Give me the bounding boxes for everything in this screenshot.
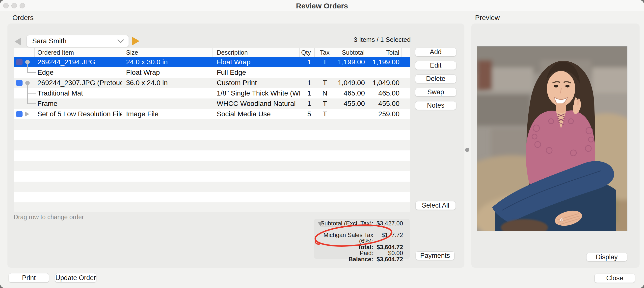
size-cell: Image File <box>122 109 213 119</box>
table-row[interactable]: 269244_2194.JPG24.0 x 30.0 inFloat Wrap1… <box>14 57 410 67</box>
total-label: Total: <box>314 244 373 250</box>
description-cell: Custom Print <box>213 78 300 88</box>
tax-cell <box>314 67 335 78</box>
paid-label: Paid: <box>314 250 373 256</box>
orders-table: Ordered Item Size Description Qty Tax Su… <box>14 48 410 212</box>
edit-button[interactable]: Edit <box>415 61 456 70</box>
display-button[interactable]: Display <box>586 253 627 261</box>
tax-cell: T <box>314 98 335 109</box>
orders-panel: Sara Smith 3 Items / 1 Selected Ordered … <box>8 23 464 268</box>
row-checkbox[interactable] <box>16 111 22 117</box>
row-gutter <box>402 78 410 88</box>
tax-cell: T <box>314 78 335 88</box>
subtotal-cell: 465.00 <box>335 88 367 98</box>
subtotal-column-header[interactable]: Subtotal <box>335 48 367 57</box>
row-controls <box>14 78 35 88</box>
notes-button[interactable]: Notes <box>415 101 456 110</box>
table-row[interactable]: Traditional Mat1/8" Single Thick White (… <box>14 88 410 98</box>
subtotal-cell: 1,049.00 <box>335 78 367 88</box>
table-row[interactable]: EdgeFloat WrapFull Edge <box>14 67 410 78</box>
row-gutter <box>402 98 410 109</box>
balance-value: $3,604.72 <box>373 256 403 263</box>
row-gutter <box>402 57 410 67</box>
table-row[interactable]: 269244_2307.JPG (Pretouch - S)36.0 x 24.… <box>14 78 410 88</box>
sales-tax-label: Michgan Sales Tax (6%): <box>314 232 373 244</box>
subtotal-cell: 455.00 <box>335 98 367 109</box>
row-gutter <box>402 88 410 98</box>
select-all-button[interactable]: Select All <box>416 201 456 210</box>
size-cell <box>122 98 213 109</box>
qty-cell <box>300 67 314 78</box>
next-client-arrow-icon[interactable] <box>132 37 140 45</box>
client-dropdown[interactable]: Sara Smith <box>26 35 129 47</box>
qty-cell: 1 <box>300 88 314 98</box>
description-cell: Float Wrap <box>213 57 300 67</box>
disclosure-triangle-icon[interactable] <box>25 112 29 117</box>
total-cell <box>367 67 402 78</box>
ordered-item-cell: Traditional Mat <box>35 88 122 98</box>
row-controls <box>14 98 35 109</box>
tax-cell: N <box>314 88 335 98</box>
print-button[interactable]: Print <box>9 273 49 283</box>
size-cell <box>122 88 213 98</box>
subtotal-value: $3,427.00 <box>373 221 403 227</box>
tree-node-dot-icon <box>25 60 30 64</box>
row-controls <box>14 109 35 119</box>
row-gutter <box>402 67 410 78</box>
total-cell: 465.00 <box>367 88 402 98</box>
total-cell: 1,049.00 <box>367 78 402 88</box>
total-cell: 455.00 <box>367 98 402 109</box>
titlebar: Review Orders <box>0 0 644 11</box>
total-cell: 1,199.00 <box>367 57 402 67</box>
preview-section-label: Preview <box>475 14 500 22</box>
row-controls <box>14 88 35 98</box>
update-order-button[interactable]: Update Order <box>55 273 96 283</box>
tree-node-dot-icon <box>25 81 30 85</box>
row-checkbox[interactable] <box>16 59 22 65</box>
ordered-item-cell: 269244_2194.JPG <box>35 57 122 67</box>
tax-column-header[interactable]: Tax <box>314 48 335 57</box>
preview-photo-illustration <box>477 46 628 231</box>
checkbox-column-header <box>14 48 35 57</box>
subtotal-cell <box>335 67 367 78</box>
items-summary: 3 Items / 1 Selected <box>354 36 411 43</box>
table-header[interactable]: Ordered Item Size Description Qty Tax Su… <box>14 48 410 57</box>
size-cell: 24.0 x 30.0 in <box>122 57 213 67</box>
table-row[interactable]: Set of 5 Low Resolution FilesImage FileS… <box>14 109 410 119</box>
description-cell: Social Media Use <box>213 109 300 119</box>
close-button[interactable]: Close <box>594 274 635 283</box>
order-totals-box: Subtotal (Excl. Tax): $3,427.00 Michgan … <box>314 219 410 259</box>
ordered-item-cell: 269244_2307.JPG (Pretouch - S) <box>35 78 122 88</box>
total-column-header[interactable]: Total <box>367 48 402 57</box>
panel-splitter-handle[interactable] <box>465 148 470 152</box>
paid-value: $0.00 <box>373 250 403 256</box>
chevron-down-icon <box>117 39 124 43</box>
totals-disclosure-triangle-icon[interactable] <box>318 222 324 226</box>
description-cell: Full Edge <box>213 67 300 78</box>
client-dropdown-value: Sara Smith <box>27 37 117 45</box>
payments-button[interactable]: Payments <box>416 251 454 260</box>
empty-rows-stripes <box>14 119 410 212</box>
delete-button[interactable]: Delete <box>415 74 456 83</box>
add-button[interactable]: Add <box>415 48 456 56</box>
qty-cell: 1 <box>300 78 314 88</box>
preview-photo <box>477 46 628 231</box>
ordered-item-cell: Set of 5 Low Resolution Files <box>35 109 122 119</box>
swap-button[interactable]: Swap <box>415 88 456 96</box>
size-column-header[interactable]: Size <box>122 48 213 57</box>
row-checkbox[interactable] <box>16 80 22 86</box>
ordered-item-column-header[interactable]: Ordered Item <box>35 48 122 57</box>
ordered-item-cell: Frame <box>35 98 122 109</box>
preview-panel: Display <box>471 23 640 268</box>
row-gutter <box>402 109 410 119</box>
previous-client-arrow-icon[interactable] <box>14 38 21 45</box>
row-controls <box>14 67 35 78</box>
description-column-header[interactable]: Description <box>213 48 300 57</box>
order-rows: 269244_2194.JPG24.0 x 30.0 inFloat Wrap1… <box>14 57 410 119</box>
header-gutter <box>402 48 410 57</box>
description-cell: 1/8" Single Thick White (WHCC) <box>213 88 300 98</box>
subtotal-cell: 1,199.00 <box>335 57 367 67</box>
qty-column-header[interactable]: Qty <box>300 48 314 57</box>
total-value: $3,604.72 <box>373 244 403 250</box>
table-row[interactable]: FrameWHCC Woodland Natural1T455.00455.00 <box>14 98 410 109</box>
